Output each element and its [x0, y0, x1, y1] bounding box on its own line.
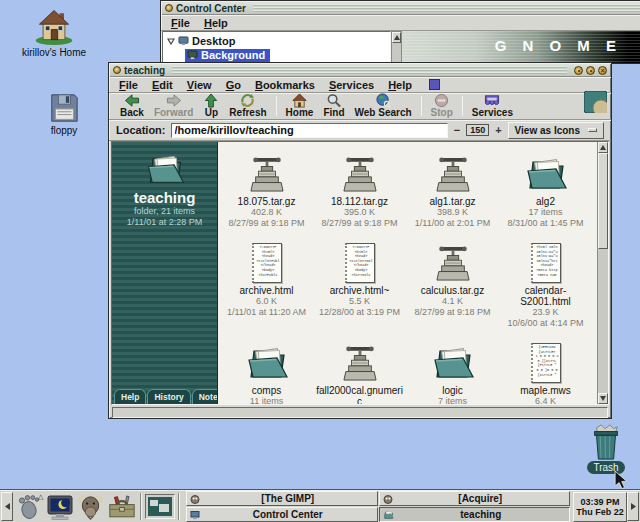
control-center-launcher[interactable]	[106, 492, 137, 522]
menu-help[interactable]: Help	[381, 78, 419, 92]
tarball-icon	[436, 245, 470, 283]
status-bar	[112, 407, 608, 418]
scrollbar-thumb[interactable]	[598, 153, 608, 249]
tree-item-background[interactable]: Background	[185, 48, 390, 62]
file-manager-title: teaching	[124, 65, 165, 76]
control-center-titlebar[interactable]: Control Center	[162, 2, 640, 15]
trash-icon	[588, 423, 624, 461]
services-button[interactable]: Services	[467, 93, 518, 118]
background-item-icon	[187, 50, 198, 60]
menu-bookmarks[interactable]: Bookmarks	[248, 78, 322, 92]
control-center-menubar: File Help	[161, 15, 640, 31]
refresh-icon	[239, 93, 256, 108]
menu-services[interactable]: Services	[322, 78, 381, 92]
file-item[interactable]: comps11 items1/10/01 at 11:05 AM	[220, 337, 313, 404]
file-manager-content: teaching folder, 21 items 1/11/01 at 2:2…	[111, 141, 609, 405]
folder-icon	[430, 343, 476, 383]
task-button-acquire[interactable]: [Acquire]	[379, 491, 571, 506]
panel-hide-button-right[interactable]	[627, 492, 639, 521]
panel-hide-button-left[interactable]	[1, 492, 13, 521]
desktop-icon-trash[interactable]: Trash	[566, 423, 640, 474]
home-icon	[32, 6, 76, 46]
help-browser-launcher[interactable]	[75, 492, 106, 522]
menu-go[interactable]: Go	[219, 78, 248, 92]
throbber-icon	[584, 91, 607, 117]
menu-file[interactable]: File	[112, 78, 145, 92]
file-item[interactable]: <!DOCTYP <html> <head> <title>Publ </hea…	[220, 237, 313, 328]
location-input[interactable]	[171, 123, 448, 138]
control-center-content: Desktop Background Panel	[162, 31, 640, 63]
clock-date: Thu Feb 22	[576, 507, 624, 517]
refresh-button[interactable]: Refresh	[224, 93, 271, 118]
toolbox-icon	[107, 493, 137, 520]
file-item[interactable]: alg217 items8/31/00 at 1:45 PM	[499, 148, 592, 228]
file-manager-titlebar[interactable]: teaching ×	[110, 64, 610, 77]
file-manager-toolbar: Back Forward Up Refresh Hom	[109, 93, 611, 120]
control-center-title: Control Center	[176, 3, 246, 14]
tab-history[interactable]: History	[147, 389, 190, 404]
settings-tree: Desktop Background Panel	[162, 31, 391, 63]
close-button[interactable]: ×	[598, 66, 607, 75]
desk-guide-applet[interactable]	[145, 494, 175, 519]
window-menu-icon[interactable]	[113, 66, 121, 74]
toolbar-separator	[462, 96, 463, 116]
task-button-control-center[interactable]: Control Center	[186, 507, 378, 522]
file-item[interactable]: alg1.tar.gz398.9 K1/11/00 at 2:01 PM	[406, 148, 499, 228]
zoom-in-button[interactable]: +	[494, 125, 502, 136]
find-button[interactable]: Find	[318, 93, 349, 118]
file-item[interactable]: <!DOCTYP <html> <head> <title>Tool </hea…	[313, 237, 406, 328]
desktop-pager-cell[interactable]	[148, 497, 172, 516]
tree-item-desktop[interactable]: Desktop	[167, 34, 390, 48]
file-item[interactable]: fall2000cal.gnumeric4.3 K	[313, 337, 406, 404]
arrow-up-icon	[600, 145, 606, 150]
view-mode-dropdown[interactable]: View as Icons	[508, 122, 604, 139]
tree-scrollbar[interactable]	[391, 31, 402, 63]
task-button-gimp[interactable]: [The GIMP]	[186, 491, 378, 506]
tree-item-background-label: Background	[201, 49, 265, 61]
zoom-level-indicator[interactable]: 150	[466, 124, 489, 136]
file-item[interactable]: logic7 itemstoday at 3:55 PM	[406, 337, 499, 404]
spreadsheet-archive-icon	[343, 345, 377, 383]
panel-separator	[178, 493, 180, 520]
vertical-scrollbar[interactable]	[597, 142, 608, 404]
menu-file[interactable]: File	[164, 16, 197, 30]
web-search-icon	[375, 93, 392, 108]
file-item[interactable]: <html xmln xmlns:o="u xmlns:w="u xmlns="…	[499, 237, 592, 328]
minimize-button[interactable]	[574, 66, 583, 75]
file-item[interactable]: 18.112.tar.gz395.0 K8/27/99 at 9:18 PM	[313, 148, 406, 228]
titlebar-grip	[172, 66, 567, 74]
tarball-icon	[343, 156, 377, 194]
up-button[interactable]: Up	[198, 93, 224, 118]
window-menu-icon[interactable]	[165, 4, 173, 12]
maximize-button[interactable]	[586, 66, 595, 75]
back-button[interactable]: Back	[115, 93, 149, 118]
menu-view[interactable]: View	[180, 78, 219, 92]
scroll-up-button[interactable]	[598, 142, 608, 153]
file-item[interactable]: 18.075.tar.gz402.8 K8/27/99 at 9:18 PM	[220, 148, 313, 228]
services-icon	[483, 93, 501, 108]
expander-icon[interactable]	[167, 37, 175, 45]
file-item[interactable]: calculus.tar.gz4.1 K8/27/99 at 9:18 PM	[406, 237, 499, 328]
menu-help[interactable]: Help	[197, 16, 235, 30]
home-icon	[291, 93, 308, 108]
gimp-task-icon	[190, 494, 200, 504]
gnome-panel: △	[0, 490, 640, 522]
forward-button[interactable]: Forward	[149, 93, 198, 118]
stop-button[interactable]: Stop	[426, 93, 458, 118]
task-button-teaching[interactable]: teaching	[379, 507, 571, 522]
option-menu-indicator	[588, 128, 597, 132]
zoom-out-button[interactable]: −	[453, 125, 461, 136]
desktop-icon-home[interactable]: kirillov's Home	[14, 6, 94, 58]
home-button[interactable]: Home	[281, 93, 319, 118]
desktop-icon-floppy[interactable]: floppy	[24, 92, 104, 136]
tab-notes[interactable]: Notes	[192, 389, 218, 404]
tab-help[interactable]: Help	[114, 389, 146, 404]
scroll-down-button[interactable]	[598, 393, 608, 404]
file-item[interactable]: {VERSION {USTYLET 1 0 0 0 0 X 0 {}CSTYL …	[499, 337, 592, 404]
scroll-up-arrow[interactable]	[392, 32, 401, 43]
web-search-button[interactable]: Web Search	[350, 93, 417, 118]
titlebar-grip	[253, 4, 640, 12]
screensaver-launcher[interactable]	[44, 492, 75, 522]
back-icon	[123, 93, 141, 108]
menu-edit[interactable]: Edit	[145, 78, 180, 92]
